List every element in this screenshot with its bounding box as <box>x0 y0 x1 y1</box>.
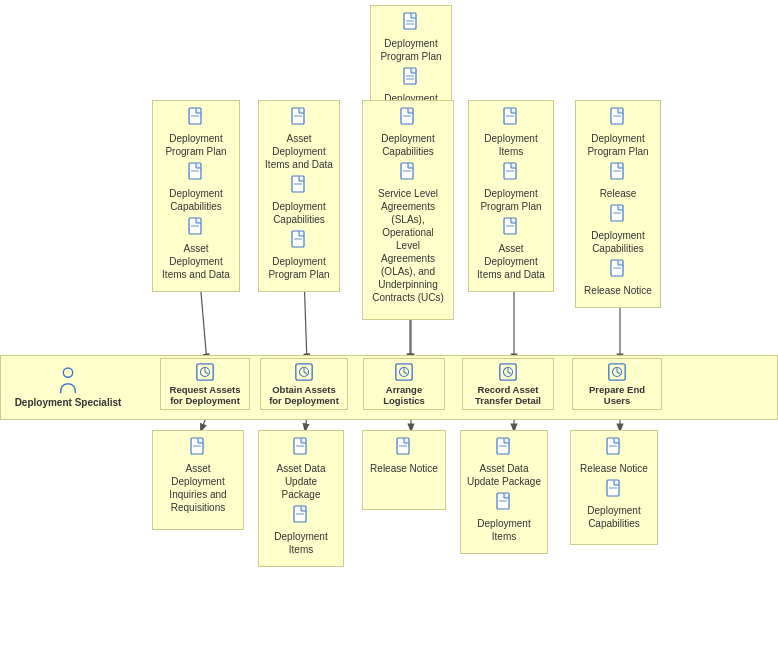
card-label: Deployment Program Plan <box>582 132 654 158</box>
input-card-3: Deployment Capabilities Service Level Ag… <box>362 100 454 320</box>
doc-icon <box>609 107 627 132</box>
card-label: Deployment Capabilities <box>159 187 233 213</box>
card-item: Asset Deployment Inquiries and Requisiti… <box>159 437 237 514</box>
card-item: Deployment Capabilities <box>369 107 447 158</box>
output-card-3: Release Notice <box>362 430 446 510</box>
process-label: Record Asset Transfer Detail <box>469 384 547 406</box>
card-item: Deployment Program Plan <box>582 107 654 158</box>
process-node-record-asset[interactable]: Record Asset Transfer Detail <box>462 358 554 410</box>
doc-icon <box>502 162 520 187</box>
process-icon <box>394 362 414 384</box>
process-label: Arrange Logistics <box>370 384 438 406</box>
input-card-5: Deployment Program Plan Release Deployme… <box>575 100 661 308</box>
card-item: Service Level Agreements (SLAs), Operati… <box>369 162 447 304</box>
card-label: Asset Deployment Items and Data <box>159 242 233 281</box>
card-item: Deployment Program Plan <box>475 162 547 213</box>
process-node-arrange-logistics[interactable]: Arrange Logistics <box>363 358 445 410</box>
card-label: Release Notice <box>584 284 652 297</box>
card-label: Deployment Program Plan <box>475 187 547 213</box>
card-item: Deployment Capabilities <box>265 175 333 226</box>
process-label: Request Assets for Deployment <box>167 384 243 406</box>
doc-icon <box>609 259 627 284</box>
doc-icon <box>189 437 207 462</box>
doc-icon <box>402 12 420 37</box>
svg-point-48 <box>63 368 72 377</box>
output-card-2: Asset Data Update Package Deployment Ite… <box>258 430 344 567</box>
card-item: Deployment Capabilities <box>159 162 233 213</box>
doc-icon <box>609 204 627 229</box>
doc-icon <box>402 67 420 92</box>
card-label: Asset Deployment Inquiries and Requisiti… <box>159 462 237 514</box>
card-item: Asset Data Update Package <box>265 437 337 501</box>
doc-icon <box>399 107 417 132</box>
card-label: Deployment Items <box>265 530 337 556</box>
doc-icon <box>502 107 520 132</box>
doc-icon <box>395 437 413 462</box>
doc-icon <box>187 107 205 132</box>
doc-icon <box>605 479 623 504</box>
card-label: Deployment Items <box>475 132 547 158</box>
output-card-1: Asset Deployment Inquiries and Requisiti… <box>152 430 244 530</box>
card-label: Release Notice <box>580 462 648 475</box>
process-node-prepare-end-users[interactable]: Prepare End Users <box>572 358 662 410</box>
card-label: Asset Data Update Package <box>265 462 337 501</box>
process-node-obtain-assets[interactable]: Obtain Assets for Deployment <box>260 358 348 410</box>
input-card-4: Deployment Items Deployment Program Plan… <box>468 100 554 292</box>
doc-icon <box>609 162 627 187</box>
card-label: Deployment Items <box>467 517 541 543</box>
doc-icon <box>605 437 623 462</box>
card-label: Asset Data Update Package <box>467 462 541 488</box>
card-item: Asset Deployment Items and Data <box>159 217 233 281</box>
card-label: Deployment Capabilities <box>265 200 333 226</box>
card-item: Asset Deployment Items and Data <box>265 107 333 171</box>
specialist-container: Deployment Specialist <box>8 360 128 415</box>
output-card-4: Asset Data Update Package Deployment Ite… <box>460 430 548 554</box>
doc-icon <box>290 230 308 255</box>
card-item: Deployment Capabilities <box>582 204 654 255</box>
card-item: Release Notice <box>369 437 439 475</box>
process-icon <box>498 362 518 384</box>
card-label: Deployment Capabilities <box>582 229 654 255</box>
card-item: Deployment Capabilities <box>577 479 651 530</box>
diagram-container: Deployment Program Plan Deployment Capab… <box>0 0 778 645</box>
card-label: Deployment Capabilities <box>577 504 651 530</box>
card-item: Deployment Items <box>467 492 541 543</box>
output-card-5: Release Notice Deployment Capabilities <box>570 430 658 545</box>
process-icon <box>195 362 215 384</box>
card-item: Deployment Items <box>265 505 337 556</box>
input-card-2: Asset Deployment Items and Data Deployme… <box>258 100 340 292</box>
doc-icon <box>292 505 310 530</box>
specialist-label: Deployment Specialist <box>15 397 122 408</box>
input-card-1: Deployment Program Plan Deployment Capab… <box>152 100 240 292</box>
card-label: Asset Deployment Items and Data <box>475 242 547 281</box>
card-label: Release Notice <box>370 462 438 475</box>
card-item: Release Notice <box>582 259 654 297</box>
doc-icon <box>187 162 205 187</box>
doc-icon <box>399 162 417 187</box>
card-item: Deployment Program Plan <box>265 230 333 281</box>
doc-icon <box>290 107 308 132</box>
process-icon <box>607 362 627 384</box>
doc-icon <box>502 217 520 242</box>
card-label: Service Level Agreements (SLAs), Operati… <box>369 187 447 304</box>
card-item: Deployment Program Plan <box>377 12 445 63</box>
process-icon <box>294 362 314 384</box>
process-node-request-assets[interactable]: Request Assets for Deployment <box>160 358 250 410</box>
process-label: Obtain Assets for Deployment <box>267 384 341 406</box>
person-icon <box>56 367 80 397</box>
doc-icon <box>187 217 205 242</box>
card-label: Deployment Program Plan <box>159 132 233 158</box>
card-item: Deployment Program Plan <box>159 107 233 158</box>
card-item: Asset Deployment Items and Data <box>475 217 547 281</box>
card-item: Asset Data Update Package <box>467 437 541 488</box>
card-label: Deployment Capabilities <box>369 132 447 158</box>
card-label: Asset Deployment Items and Data <box>265 132 333 171</box>
doc-icon <box>290 175 308 200</box>
card-item: Release <box>582 162 654 200</box>
doc-icon <box>292 437 310 462</box>
process-label: Prepare End Users <box>579 384 655 406</box>
card-label: Release <box>600 187 637 200</box>
card-item: Release Notice <box>577 437 651 475</box>
doc-icon <box>495 492 513 517</box>
card-item: Deployment Items <box>475 107 547 158</box>
